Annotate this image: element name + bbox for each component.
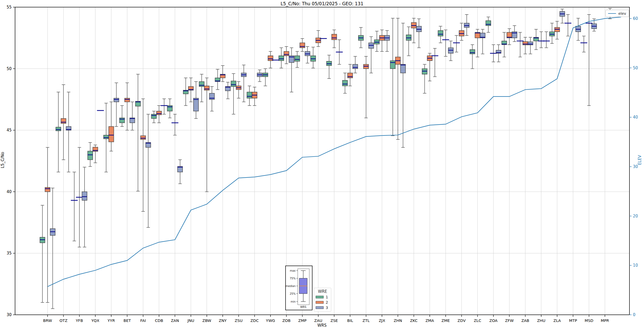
- box-OTZ-wre2: [61, 119, 66, 124]
- wre-swatch-1-icon: [316, 296, 324, 298]
- x-tick-label: YQX: [91, 318, 99, 323]
- box-ZHN-wre3: [400, 64, 405, 73]
- wre-swatch-3-icon: [316, 306, 324, 309]
- box-ZSU-wre1: [231, 81, 236, 86]
- x-tick-label: ZTL: [362, 318, 370, 323]
- x-tick-label: ZDV: [458, 318, 466, 323]
- x-tick-label: ZAU: [314, 318, 322, 323]
- figure: L5_C/No: Thu 05/01/2025 - GEO: 131 30354…: [0, 0, 644, 328]
- box-ZOA-wre1: [486, 21, 491, 26]
- inset-label-25%: 25%: [290, 292, 296, 295]
- box-BET-wre1: [120, 118, 125, 123]
- box-ZHN-wre1: [390, 61, 395, 69]
- box-BIL-wre1: [343, 80, 348, 86]
- box-YFB-wre3: [82, 192, 87, 201]
- box-ZLC-wre1: [470, 49, 475, 54]
- right-tick-label: 0: [633, 312, 636, 317]
- x-tick-label: CDB: [155, 318, 163, 323]
- box-ZOB-wre2: [284, 51, 289, 56]
- x-tick-label: ZOB: [282, 318, 291, 323]
- inset-label-75%: 75%: [290, 277, 296, 280]
- boxplot-chart-canvas: 3035404550550102030405060BRWOTZYFBYQXYYR…: [0, 0, 644, 328]
- wre-legend-title: WRE: [316, 289, 329, 294]
- wre-legend-row: 1: [316, 295, 329, 299]
- x-tick-label: ZHN: [394, 318, 402, 323]
- box-ZDC-wre1: [247, 92, 252, 98]
- right-tick-label: 40: [633, 115, 638, 120]
- x-tick-label: YYR: [107, 318, 115, 323]
- x-tick-label: BIL: [347, 318, 353, 323]
- x-tick-label: YFB: [76, 318, 83, 323]
- x-tick-label: ZNY: [219, 318, 227, 323]
- box-BRW-wre2: [45, 188, 50, 192]
- box-YQX-wre1: [88, 151, 93, 160]
- left-tick-label: 40: [7, 189, 12, 194]
- page-title: L5_C/No: Thu 05/01/2025 - GEO: 131: [0, 1, 644, 6]
- wre-label-1: 1: [326, 295, 328, 299]
- elev-line-swatch-icon: [608, 13, 616, 14]
- box-ZSE-wre2: [332, 34, 337, 40]
- left-tick-label: 35: [7, 251, 12, 256]
- box-ZOB-wre1: [279, 56, 284, 61]
- x-tick-label: ZME: [441, 318, 450, 323]
- wre-label-2: 2: [326, 300, 328, 304]
- box-ZMP-wre2: [300, 43, 305, 48]
- box-YYR-wre3: [114, 98, 119, 102]
- x-tick-label: BET: [123, 318, 131, 323]
- wre-legend-row: 3: [316, 306, 329, 310]
- x-tick-label: MSD: [585, 318, 593, 323]
- wre-swatch-2-icon: [316, 301, 324, 304]
- left-tick-label: 30: [7, 312, 12, 317]
- box-BET-wre2: [125, 98, 130, 102]
- box-YYR-wre1: [104, 135, 109, 139]
- y-axis-label-right: ELEV: [637, 142, 642, 179]
- x-tick-label: ZHU: [537, 318, 545, 323]
- x-tick-label: ZAB: [521, 318, 529, 323]
- x-tick-label: JNU: [187, 318, 194, 323]
- box-ZME-wre1: [438, 30, 443, 36]
- x-tick-label: MPR: [601, 318, 609, 323]
- inset-label-median: median: [286, 285, 296, 288]
- x-tick-label: OTZ: [59, 318, 67, 323]
- inset-xlabel: WRS: [300, 306, 306, 308]
- box-ZAB-wre3: [528, 42, 533, 45]
- x-tick-label: ZSE: [330, 318, 338, 323]
- box-JNU-wre3: [193, 98, 198, 111]
- x-tick-label: ZOA: [489, 318, 497, 323]
- box-BIL-wre3: [353, 64, 358, 69]
- right-tick-label: 10: [633, 263, 638, 268]
- box-ZMP-wre1: [295, 56, 300, 61]
- left-tick-label: 50: [7, 66, 12, 71]
- x-tick-label: ZMP: [298, 318, 306, 323]
- inset-label-min: min: [291, 300, 296, 303]
- box-BIL-wre2: [348, 73, 353, 78]
- right-tick-label: 60: [633, 16, 638, 21]
- x-tick-label: ZBW: [202, 318, 211, 323]
- box-ZBW-wre2: [204, 86, 209, 90]
- x-tick-label: ZKC: [410, 318, 418, 323]
- inset-label-max: max: [290, 269, 296, 272]
- elev-legend: elev: [605, 10, 629, 17]
- wre-label-3: 3: [326, 306, 328, 310]
- right-tick-label: 20: [633, 214, 638, 218]
- x-tick-label: ZSU: [235, 318, 243, 323]
- x-tick-label: MTP: [569, 318, 577, 323]
- y-axis-label-left: L5_C/No: [0, 142, 5, 179]
- box-ZBW-wre1: [199, 81, 204, 86]
- x-axis-label: WRS: [0, 323, 644, 328]
- left-tick-label: 45: [7, 128, 12, 133]
- wre-legend: WRE 1 2 3: [314, 288, 331, 312]
- box-YYR-wre2: [109, 126, 114, 142]
- box-ZAN-wre1: [167, 106, 172, 111]
- elev-legend-label: elev: [618, 11, 626, 16]
- x-tick-label: ZLC: [474, 318, 481, 323]
- x-tick-label: ZFW: [505, 318, 514, 323]
- wre-legend-row: 2: [316, 300, 329, 304]
- right-tick-label: 50: [633, 66, 638, 70]
- x-tick-label: YWG: [266, 318, 275, 323]
- box-OTZ-wre1: [56, 127, 61, 131]
- x-tick-label: ZLA: [553, 318, 561, 323]
- plot-border: [15, 7, 629, 315]
- x-tick-label: ZAN: [171, 318, 179, 323]
- x-tick-label: ZDC: [250, 318, 259, 323]
